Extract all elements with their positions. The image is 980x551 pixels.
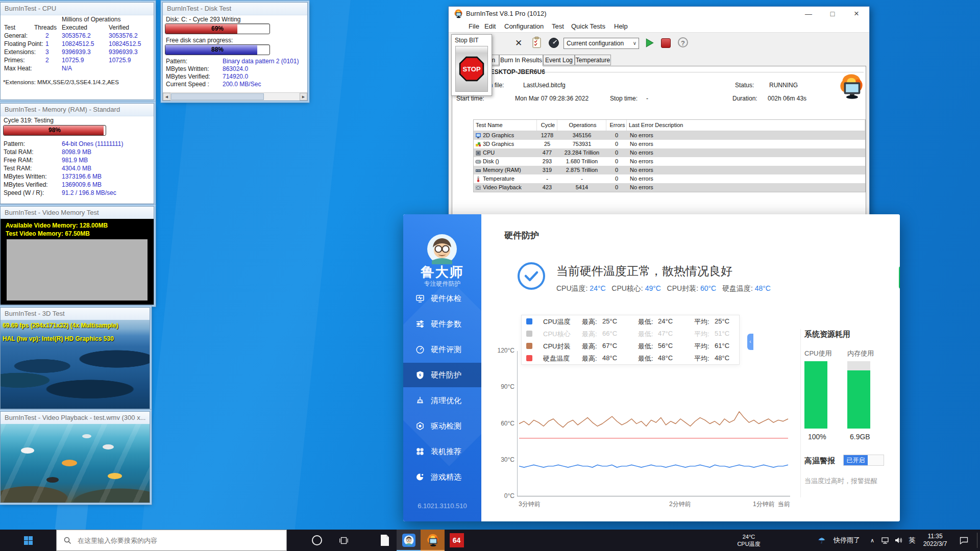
sidebar-item-hardware-protection[interactable]: 硬件防护: [403, 363, 481, 387]
sidebar-item-game-picks[interactable]: 游戏精选: [403, 465, 481, 489]
sidebar-item-label: 游戏精选: [431, 472, 461, 482]
table-row[interactable]: 2D Graphics 12783451560No errors: [474, 131, 865, 140]
cpu-row-ver: 9396939.3: [109, 48, 138, 56]
titlebar[interactable]: BurnInTest V8.1 Pro (1012) — □ ×: [449, 7, 869, 21]
legend-row-cpu-temp[interactable]: CPU温度 最高:25°C 最低:24°C 平均:25°C: [522, 315, 739, 328]
legend-row-cpu-package[interactable]: CPU封装 最高:67°C 最低:56°C 平均:61°C: [522, 340, 739, 352]
window-burnintest-main[interactable]: BurnInTest V8.1 Pro (1012) — □ × File Ed…: [448, 6, 870, 220]
sidebar-item-driver-check[interactable]: 驱动检测: [403, 414, 481, 438]
header-errors[interactable]: Errors: [606, 120, 627, 131]
taskbar-app-burnintest[interactable]: [421, 530, 445, 551]
table-row[interactable]: 3D Graphics 257539310No errors: [474, 140, 865, 148]
horizontal-scrollbar[interactable]: ◀ ▶: [163, 92, 307, 101]
groupbox-line: [539, 72, 864, 72]
window-burnintest-playback[interactable]: BurnInTest - Video Playback - test.wmv (…: [0, 411, 150, 503]
sidebar-item-clean-optimize[interactable]: 清理优化: [403, 388, 481, 413]
field-label: Pattern:: [166, 58, 187, 65]
alarm-toggle[interactable]: 已开启: [843, 455, 884, 466]
status-ok-icon: [517, 262, 546, 290]
header-cycle[interactable]: Cycle: [537, 120, 557, 131]
legend-collapse-chevron[interactable]: ‹: [747, 334, 753, 350]
header-last-error[interactable]: Last Error Description: [627, 120, 865, 131]
window-burnintest-disk[interactable]: BurnInTest - Disk Test Disk: C: - Cycle …: [162, 2, 308, 101]
stop-tests-button[interactable]: [661, 38, 671, 48]
maximize-button[interactable]: □: [821, 7, 844, 21]
window-burnintest-cpu[interactable]: BurnInTest - CPU Millions of Operations …: [0, 2, 154, 100]
delete-icon[interactable]: ✕: [515, 38, 522, 48]
tray-chevron-up-icon[interactable]: ∧: [867, 530, 878, 551]
menu-help[interactable]: Help: [614, 22, 628, 30]
clipboard-icon[interactable]: [532, 37, 541, 48]
show-desktop-divider[interactable]: [977, 533, 977, 548]
taskbar-search[interactable]: [56, 530, 287, 551]
task-view-button[interactable]: [332, 530, 355, 551]
header-test-name[interactable]: Test Name: [474, 120, 537, 131]
gauge-icon[interactable]: [548, 37, 559, 48]
cpu-row-label: General:: [4, 32, 28, 39]
tray-weather-text[interactable]: 快停雨了: [829, 530, 865, 551]
tab-burn-in-results[interactable]: Burn In Results: [499, 55, 543, 66]
table-row[interactable]: CPU 47723.284 Trillion0No errors: [474, 148, 865, 157]
search-input[interactable]: [77, 536, 273, 545]
mem-usage-bar: [847, 361, 870, 429]
window-ludashi[interactable]: 鲁大师 专注硬件防护 硬件体检 硬件参数 硬件评测 硬件防护 清理优化 驱动检测: [403, 214, 900, 521]
table-row[interactable]: Temperature --0No errors: [474, 174, 865, 183]
tray-cpu-temp[interactable]: 24°C CPU温度: [731, 530, 767, 551]
tab-event-log[interactable]: Event Log: [543, 55, 575, 65]
taskbar-app-ludashi[interactable]: [397, 530, 421, 551]
sidebar-item-label: 清理优化: [431, 396, 461, 406]
table-row[interactable]: Video Playback 42354140No errors: [474, 183, 865, 192]
table-row[interactable]: Disk () 2931.680 Trillion0No errors: [474, 157, 865, 166]
sidebar-item-label: 硬件防护: [431, 370, 461, 380]
menu-quick-tests[interactable]: Quick Tests: [571, 22, 605, 30]
header-operations[interactable]: Operations: [557, 120, 606, 131]
menu-edit[interactable]: Edit: [484, 22, 496, 30]
table-row[interactable]: Memory (RAM) 3192.875 Trillion0No errors: [474, 166, 865, 174]
tray-network-icon[interactable]: [879, 530, 891, 551]
tray-clock[interactable]: 11:35 2022/3/7: [919, 530, 951, 551]
taskbar-app-document[interactable]: [373, 530, 397, 551]
help-icon[interactable]: ?: [678, 37, 688, 47]
scroll-left-arrow[interactable]: ◀: [163, 93, 170, 101]
cortana-button[interactable]: [305, 530, 329, 551]
action-center-button[interactable]: [955, 530, 972, 551]
window-burnintest-videomemory[interactable]: BurnInTest - Video Memory Test Available…: [0, 206, 154, 305]
field-label: Pattern:: [4, 140, 25, 147]
window-burnintest-3d[interactable]: BurnInTest - 3D Test 69.69 fps (294x171x…: [0, 307, 150, 409]
configuration-combobox[interactable]: Current configuration ∨: [564, 38, 639, 49]
window-title: BurnInTest - Memory (RAM) - Standard: [1, 104, 154, 116]
ludashi-taskbar-icon: [402, 534, 415, 547]
chart-legend-card: CPU温度 最高:25°C 最低:24°C 平均:25°C CPU核心 最高:6…: [521, 315, 740, 365]
3d-fps-label: 69.69 fps (294x171x32) (4x Multisample): [3, 322, 118, 329]
window-title: BurnInTest - Disk Test: [163, 3, 307, 15]
sidebar-item-hardware-check[interactable]: 硬件体检: [403, 286, 481, 311]
start-tests-button[interactable]: [645, 37, 655, 48]
stress-test-button[interactable]: 散热压力测试: [899, 266, 900, 289]
menu-test[interactable]: Test: [552, 22, 564, 30]
videomem-test-label: Test Video Memory: 67.50MB: [6, 230, 90, 237]
scrollbar-thumb[interactable]: [171, 93, 264, 100]
cpu-row-exec: 9396939.3: [62, 48, 91, 56]
window-title: BurnInTest - Video Playback - test.wmv (…: [1, 412, 150, 424]
sidebar-item-hardware-params[interactable]: 硬件参数: [403, 312, 481, 336]
tab-temperature[interactable]: Temperature: [575, 55, 611, 65]
taskbar-app-hwinfo64[interactable]: 64: [445, 530, 469, 551]
window-burnintest-memory[interactable]: BurnInTest - Memory (RAM) - Standard Cyc…: [0, 103, 154, 204]
scroll-right-arrow[interactable]: ▶: [300, 93, 307, 101]
sidebar-item-hardware-benchmark[interactable]: 硬件评测: [403, 337, 481, 362]
temp-value: 48°C: [755, 284, 771, 292]
sidebar-item-pc-builder[interactable]: 装机推荐: [403, 439, 481, 464]
tray-input-language[interactable]: 英: [906, 530, 918, 551]
fish: [62, 460, 77, 466]
minimize-button[interactable]: —: [797, 7, 820, 21]
legend-row-disk-temp[interactable]: 硬盘温度 最高:48°C 最低:48°C 平均:48°C: [522, 352, 739, 364]
monitor-pulse-icon: [415, 294, 425, 303]
menu-configuration[interactable]: Configuration: [504, 22, 544, 30]
legend-row-cpu-core[interactable]: CPU核心 最高:66°C 最低:47°C 平均:51°C: [522, 328, 739, 340]
tray-volume-icon[interactable]: [892, 530, 905, 551]
start-button[interactable]: [15, 530, 41, 551]
status-headline: 当前硬件温度正常，散热情况良好: [556, 263, 732, 279]
menu-file[interactable]: File: [469, 22, 479, 30]
close-button[interactable]: ×: [845, 7, 868, 21]
weather-umbrella-icon[interactable]: ☂: [816, 530, 828, 551]
